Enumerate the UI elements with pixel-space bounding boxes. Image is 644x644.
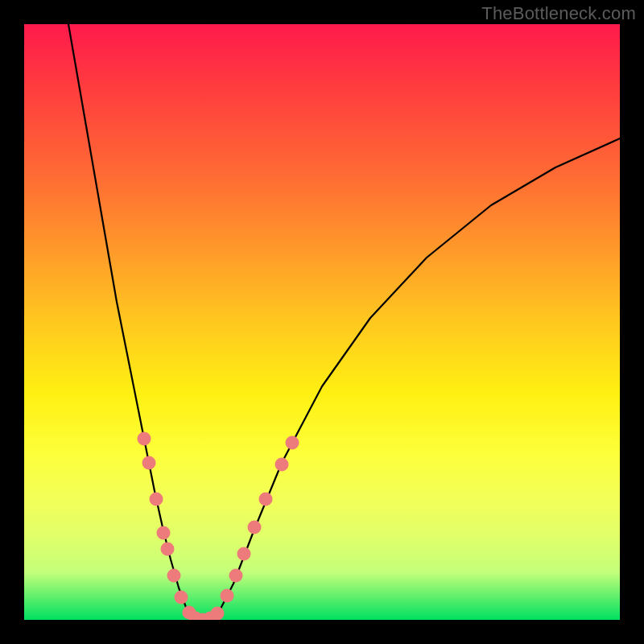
chart-svg xyxy=(24,24,620,620)
chart-frame: TheBottleneck.com xyxy=(0,0,644,644)
data-marker xyxy=(167,569,181,583)
watermark-text: TheBottleneck.com xyxy=(481,3,636,24)
plot-area xyxy=(24,24,620,620)
data-marker xyxy=(237,547,251,561)
data-marker xyxy=(150,493,163,506)
data-marker xyxy=(175,591,188,605)
data-marker xyxy=(211,607,225,621)
data-marker xyxy=(229,569,243,583)
data-marker xyxy=(248,521,262,535)
data-marker xyxy=(157,526,171,540)
data-marker xyxy=(138,432,151,446)
data-marker xyxy=(286,436,299,450)
data-marker xyxy=(142,456,156,470)
data-marker xyxy=(275,458,289,472)
curve-group xyxy=(68,24,620,620)
bottleneck-curve xyxy=(68,24,620,620)
data-marker xyxy=(221,589,234,603)
data-marker xyxy=(259,493,273,506)
data-marker xyxy=(161,543,175,556)
